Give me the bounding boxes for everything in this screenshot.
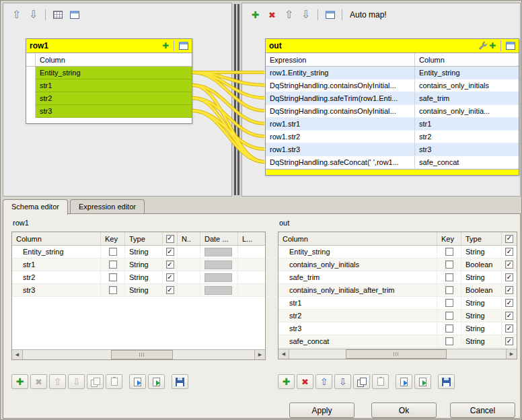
table-window-icon[interactable] [179, 42, 188, 50]
add-column-icon[interactable]: ✚ [162, 42, 169, 50]
key-checkbox[interactable] [109, 273, 117, 281]
schema-row[interactable]: contains_only_initials Boolean [278, 258, 517, 271]
scroll-right-button[interactable]: ▶ [254, 350, 265, 359]
column-name-cell[interactable]: str1 [278, 297, 437, 309]
input-column-name[interactable]: Entity_string [36, 67, 192, 79]
schema-row[interactable]: str1 String [12, 258, 265, 271]
type-cell[interactable]: String [125, 246, 163, 258]
panel-splitter[interactable] [233, 3, 241, 197]
schema-row[interactable]: str3 String [12, 284, 265, 297]
column-cell[interactable]: safe_concat [415, 156, 519, 168]
nullable-checkbox[interactable] [505, 248, 513, 256]
output-table-out[interactable]: out ✚ Expression Column row1.Entity_stri… [265, 38, 519, 176]
output-row[interactable]: row1.str3str3 [266, 143, 519, 156]
nullable-opt-cell[interactable] [178, 258, 200, 271]
expression-cell[interactable]: DqStringHandling.containsOnlyInitial... [266, 105, 415, 117]
output-row[interactable]: DqStringHandling.safeTrim(row1.Enti...sa… [266, 92, 519, 105]
output-row[interactable]: DqStringHandling.containsOnlyInitial...c… [266, 105, 519, 118]
key-checkbox[interactable] [445, 273, 453, 281]
input-row[interactable]: Entity_string [26, 67, 192, 79]
key-cell[interactable] [101, 258, 125, 271]
column-cell[interactable]: str3 [415, 143, 519, 155]
column-name-cell[interactable]: str3 [278, 322, 437, 335]
key-checkbox[interactable] [445, 324, 453, 332]
nullable-checkbox[interactable] [505, 286, 513, 294]
header-nullable-checkbox[interactable] [163, 232, 178, 245]
save-schema-button[interactable] [438, 374, 455, 389]
header-column[interactable]: Column [278, 232, 437, 245]
apply-button[interactable]: Apply [289, 403, 355, 418]
expression-cell[interactable]: row1.str1 [266, 118, 415, 130]
key-cell[interactable] [437, 258, 461, 271]
schema-row[interactable]: Entity_string String [12, 246, 265, 258]
column-name-cell[interactable]: str2 [12, 271, 101, 283]
nullable-checkbox[interactable] [505, 337, 513, 345]
nullable-cell[interactable] [163, 258, 178, 271]
scroll-left-button[interactable]: ◀ [278, 349, 289, 359]
key-cell[interactable] [437, 246, 461, 258]
nullable-checkbox[interactable] [505, 299, 513, 307]
nullable-cell[interactable] [502, 310, 517, 322]
column-name-cell[interactable]: str1 [12, 258, 101, 271]
schema-row[interactable]: Entity_string String [278, 246, 517, 258]
column-name-cell[interactable]: safe_concat [278, 335, 437, 347]
nullable-opt-cell[interactable] [178, 271, 200, 283]
output-row[interactable]: DqStringHandling.safeConcat(' ',row1...s… [266, 156, 519, 169]
key-cell[interactable] [101, 271, 125, 283]
nullable-cell[interactable] [502, 271, 517, 283]
key-cell[interactable] [437, 284, 461, 296]
paste-button[interactable] [372, 374, 389, 389]
add-column-button[interactable]: ✚ [11, 374, 28, 389]
output-table-scrollbar[interactable] [266, 169, 519, 175]
type-cell[interactable]: String [125, 271, 163, 283]
nullable-checkbox[interactable] [166, 273, 174, 281]
column-name-cell[interactable]: safe_trim [278, 271, 437, 283]
load-schema-button[interactable] [129, 374, 146, 389]
export-schema-button[interactable] [148, 374, 165, 389]
length-cell[interactable] [238, 284, 265, 296]
header-date-pattern[interactable]: Date ... [200, 232, 238, 245]
expression-cell[interactable]: row1.str2 [266, 131, 415, 143]
type-cell[interactable]: String [125, 258, 163, 271]
nullable-checkbox[interactable] [166, 286, 174, 294]
key-cell[interactable] [437, 271, 461, 283]
column-cell[interactable]: str1 [415, 118, 519, 130]
schema-row[interactable]: safe_trim String [278, 271, 517, 284]
length-cell[interactable] [238, 271, 265, 283]
key-checkbox[interactable] [109, 286, 117, 294]
nullable-opt-cell[interactable] [178, 284, 200, 296]
output-row[interactable]: row1.str2str2 [266, 131, 519, 143]
nullable-cell[interactable] [163, 284, 178, 296]
key-cell[interactable] [101, 246, 125, 258]
add-column-button[interactable]: ✚ [278, 374, 295, 389]
move-up-button[interactable]: ⇧ [9, 7, 24, 23]
input-column-name[interactable]: str1 [36, 79, 192, 92]
column-name-cell[interactable]: contains_only_initials_after_trim [278, 284, 437, 296]
key-cell[interactable] [437, 322, 461, 335]
input-column-name[interactable]: str3 [36, 105, 192, 118]
scrollbar-thumb[interactable] [111, 350, 173, 359]
tab-schema-editor[interactable]: Schema editor [3, 199, 68, 215]
input-row[interactable]: str3 [26, 105, 192, 118]
key-checkbox[interactable] [445, 312, 453, 320]
nullable-cell[interactable] [163, 246, 178, 258]
type-cell[interactable]: String [125, 284, 163, 296]
cancel-button[interactable]: Cancel [450, 403, 515, 418]
input-table-row1[interactable]: row1 ✚ Column Entity_string str1 str2 st… [26, 38, 192, 124]
key-checkbox[interactable] [109, 248, 117, 256]
header-length[interactable]: L... [238, 232, 265, 245]
expression-cell[interactable]: DqStringHandling.containsOnlyInitial... [266, 79, 415, 92]
type-cell[interactable]: String [461, 297, 502, 309]
load-schema-button[interactable] [396, 374, 412, 389]
length-cell[interactable] [238, 246, 265, 258]
length-cell[interactable] [238, 258, 265, 271]
header-type[interactable]: Type [125, 232, 163, 245]
expression-cell[interactable]: DqStringHandling.safeTrim(row1.Enti... [266, 92, 415, 104]
header-key[interactable]: Key [437, 232, 461, 245]
output-table-titlebar[interactable]: out ✚ [266, 39, 519, 53]
key-cell[interactable] [437, 297, 461, 309]
key-checkbox[interactable] [445, 299, 453, 307]
column-name-cell[interactable]: Entity_string [278, 246, 437, 258]
type-cell[interactable]: String [461, 246, 502, 258]
scrollbar-track[interactable] [289, 349, 506, 359]
